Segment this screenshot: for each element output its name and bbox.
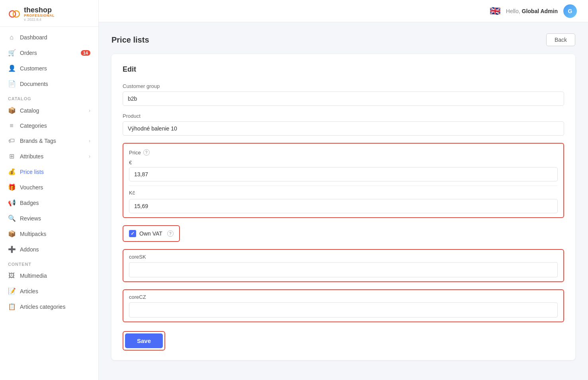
own-vat-help-icon[interactable]: ? xyxy=(167,230,174,237)
sidebar-item-catalog[interactable]: 📦 Catalog › xyxy=(0,103,98,118)
logo-icon xyxy=(8,8,21,20)
card-title: Edit xyxy=(123,65,564,74)
orders-icon: 🛒 xyxy=(8,49,15,57)
sidebar-item-reviews[interactable]: 🔍 Reviews xyxy=(0,210,98,226)
sidebar-item-label: Addons xyxy=(20,246,90,253)
sidebar-item-price-lists[interactable]: 💰 Price lists xyxy=(0,164,98,179)
corecz-input[interactable] xyxy=(129,302,558,318)
coresk-label: coreSK xyxy=(129,254,558,260)
sidebar-item-brands-tags[interactable]: 🏷 Brands & Tags › xyxy=(0,133,98,148)
multimedia-icon: 🖼 xyxy=(8,272,15,279)
sidebar-item-multipacks[interactable]: 📦 Multipacks xyxy=(0,226,98,242)
catalog-section-label: CATALOG xyxy=(0,92,98,103)
articles-categories-icon: 📋 xyxy=(8,303,15,310)
multipacks-icon: 📦 xyxy=(8,230,15,238)
corecz-label: coreCZ xyxy=(129,294,558,300)
logo-area: theshop PROFESSIONAL v. 2022.8.4 xyxy=(0,0,98,27)
app-name: theshop xyxy=(24,6,55,14)
chevron-right-icon: › xyxy=(89,154,90,159)
page-title: Price lists xyxy=(111,35,149,45)
attributes-icon: ⊞ xyxy=(8,152,15,160)
sidebar-item-articles[interactable]: 📝 Articles xyxy=(0,283,98,299)
chevron-right-icon: › xyxy=(89,138,90,144)
svg-point-1 xyxy=(13,11,20,17)
customers-icon: 👤 xyxy=(8,64,15,72)
coresk-section: coreSK xyxy=(123,249,564,282)
sidebar-item-label: Articles categories xyxy=(20,304,90,310)
chevron-right-icon: › xyxy=(89,108,90,113)
addons-icon: ➕ xyxy=(8,246,15,253)
sidebar-item-label: Reviews xyxy=(20,215,90,222)
sidebar-item-documents[interactable]: 📄 Documents xyxy=(0,76,98,92)
coresk-input[interactable] xyxy=(129,262,558,277)
sidebar-item-label: Brands & Tags xyxy=(20,138,84,144)
sidebar: theshop PROFESSIONAL v. 2022.8.4 ⌂ Dashb… xyxy=(0,0,99,380)
sidebar-item-label: Badges xyxy=(20,200,90,206)
topbar: 🇬🇧 Hello, Global Admin G xyxy=(99,0,588,22)
customer-group-input[interactable] xyxy=(123,92,564,106)
sidebar-item-addons[interactable]: ➕ Addons xyxy=(0,242,98,257)
sidebar-item-dashboard[interactable]: ⌂ Dashboard xyxy=(0,30,98,45)
language-flag[interactable]: 🇬🇧 xyxy=(490,6,500,16)
articles-icon: 📝 xyxy=(8,287,15,295)
sidebar-item-label: Multipacks xyxy=(20,231,90,237)
own-vat-checkbox[interactable] xyxy=(129,230,136,237)
save-button-wrapper: Save xyxy=(123,331,165,351)
app-version: v. 2022.8.4 xyxy=(24,18,55,21)
product-field: Product xyxy=(123,113,564,136)
sidebar-item-multimedia[interactable]: 🖼 Multimedia xyxy=(0,268,98,283)
sidebar-item-articles-categories[interactable]: 📋 Articles categories xyxy=(0,299,98,314)
price-lists-icon: 💰 xyxy=(8,168,15,175)
sidebar-item-label: Vouchers xyxy=(20,184,90,191)
sidebar-item-badges[interactable]: 📢 Badges xyxy=(0,195,98,210)
username-display: Global Admin xyxy=(522,8,558,14)
page-header: Price lists Back xyxy=(111,33,575,46)
catalog-icon: 📦 xyxy=(8,107,15,114)
product-input[interactable] xyxy=(123,121,564,136)
sidebar-nav: ⌂ Dashboard 🛒 Orders 14 👤 Customers 📄 Do… xyxy=(0,27,98,380)
euro-label: € xyxy=(129,160,558,166)
own-vat-row: Own VAT ? xyxy=(123,225,180,242)
own-vat-label: Own VAT xyxy=(139,230,162,237)
sidebar-item-label: Multimedia xyxy=(20,273,90,279)
edit-card: Edit Customer group Product Price ? € xyxy=(111,54,575,360)
orders-badge: 14 xyxy=(81,50,90,56)
sidebar-item-label: Dashboard xyxy=(20,34,90,41)
sidebar-item-label: Attributes xyxy=(20,153,84,160)
kc-price-input[interactable] xyxy=(129,199,558,213)
sidebar-item-label: Orders xyxy=(20,50,76,56)
save-button[interactable]: Save xyxy=(125,333,163,348)
page-content: Price lists Back Edit Customer group Pro… xyxy=(99,22,588,380)
sidebar-item-label: Catalog xyxy=(20,107,84,114)
sidebar-item-label: Categories xyxy=(20,123,90,129)
user-avatar[interactable]: G xyxy=(563,4,577,18)
brands-icon: 🏷 xyxy=(8,137,15,144)
sidebar-item-customers[interactable]: 👤 Customers xyxy=(0,60,98,76)
sidebar-item-orders[interactable]: 🛒 Orders 14 xyxy=(0,45,98,60)
customer-group-label: Customer group xyxy=(123,83,564,89)
reviews-icon: 🔍 xyxy=(8,214,15,222)
price-label: Price xyxy=(129,150,141,156)
greeting-text: Hello, Global Admin xyxy=(506,8,558,14)
customer-group-field: Customer group xyxy=(123,83,564,106)
sidebar-item-label: Articles xyxy=(20,288,90,294)
price-section: Price ? € Kč xyxy=(123,143,564,218)
app-plan: PROFESSIONAL xyxy=(24,14,55,18)
sidebar-item-categories[interactable]: ≡ Categories xyxy=(0,118,98,133)
vouchers-icon: 🎁 xyxy=(8,183,15,191)
corecz-section: coreCZ xyxy=(123,289,564,322)
badges-icon: 📢 xyxy=(8,199,15,207)
euro-price-input[interactable] xyxy=(129,167,558,181)
dashboard-icon: ⌂ xyxy=(8,34,15,41)
documents-icon: 📄 xyxy=(8,80,15,88)
main-area: 🇬🇧 Hello, Global Admin G Price lists Bac… xyxy=(99,0,588,380)
price-help-icon[interactable]: ? xyxy=(143,149,150,156)
sidebar-item-label: Customers xyxy=(20,65,90,72)
categories-icon: ≡ xyxy=(8,122,15,129)
content-section-label: CONTENT xyxy=(0,257,98,268)
back-button[interactable]: Back xyxy=(546,33,575,46)
kc-label: Kč xyxy=(129,190,558,196)
product-label: Product xyxy=(123,113,564,119)
sidebar-item-attributes[interactable]: ⊞ Attributes › xyxy=(0,148,98,164)
sidebar-item-vouchers[interactable]: 🎁 Vouchers xyxy=(0,179,98,195)
